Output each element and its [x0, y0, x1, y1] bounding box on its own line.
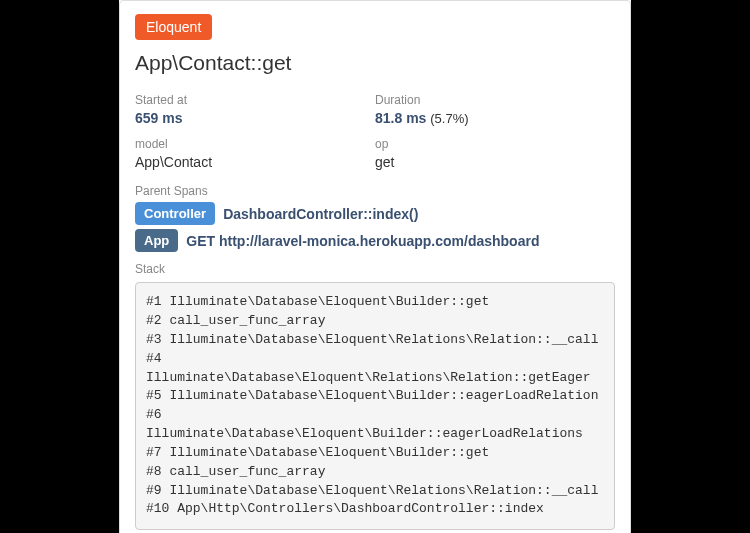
started-at-value: 659 ms	[135, 109, 375, 129]
parent-span-text: DashboardController::index()	[223, 206, 418, 222]
started-at-label: Started at	[135, 93, 375, 107]
parent-span-row[interactable]: App GET http://laravel-monica.herokuapp.…	[135, 229, 615, 252]
app-badge: App	[135, 229, 178, 252]
op-block: op get	[375, 137, 615, 173]
span-title: App\Contact::get	[135, 51, 615, 75]
detail-panel: Eloquent App\Contact::get Started at 659…	[119, 0, 631, 533]
model-label: model	[135, 137, 375, 151]
duration-label: Duration	[375, 93, 615, 107]
page-container: Eloquent App\Contact::get Started at 659…	[119, 0, 631, 533]
op-label: op	[375, 137, 615, 151]
duration-block: Duration 81.8 ms (5.7%)	[375, 93, 615, 129]
controller-badge: Controller	[135, 202, 215, 225]
duration-ms: 81.8 ms	[375, 110, 426, 126]
op-value: get	[375, 153, 615, 173]
model-block: model App\Contact	[135, 137, 375, 173]
parent-span-text: GET http://laravel-monica.herokuapp.com/…	[186, 233, 539, 249]
stack-label: Stack	[135, 262, 615, 276]
category-badge: Eloquent	[135, 14, 212, 40]
duration-value: 81.8 ms (5.7%)	[375, 109, 615, 129]
parent-span-row[interactable]: Controller DashboardController::index()	[135, 202, 615, 225]
stack-trace: #1 Illuminate\Database\Eloquent\Builder:…	[135, 282, 615, 530]
started-at-block: Started at 659 ms	[135, 93, 375, 129]
model-value: App\Contact	[135, 153, 375, 173]
parent-spans-label: Parent Spans	[135, 184, 615, 198]
duration-pct: (5.7%)	[430, 111, 468, 126]
info-grid: Started at 659 ms Duration 81.8 ms (5.7%…	[135, 93, 615, 180]
